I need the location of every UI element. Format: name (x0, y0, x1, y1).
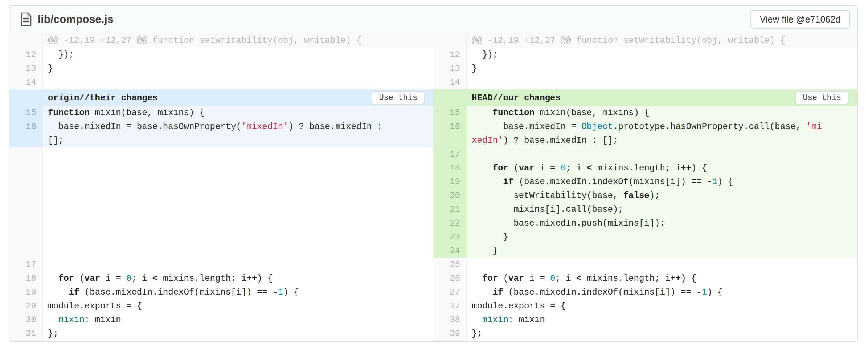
code-token: i (100, 273, 116, 283)
line-number: 14 (9, 76, 43, 89)
code-line-row: 17 (433, 147, 857, 161)
operator-token: ++ (246, 273, 257, 283)
conflict-band-label: origin//their changes (9, 93, 157, 103)
code-line-row: xedIn') ? base.mixedIn : []; (433, 134, 857, 147)
operator-token: < (576, 273, 581, 283)
code-token (472, 273, 482, 283)
number-token: 0 (550, 273, 555, 283)
code-line-row: 38 mixin: mixin (433, 313, 857, 327)
string-token: 'mi (806, 122, 822, 131)
code-token: { (555, 301, 566, 311)
use-this-button-theirs[interactable]: Use this (372, 91, 425, 105)
code-token: : mixin (85, 315, 121, 325)
line-number: 18 (433, 161, 467, 175)
code-line-row: 18 for (var i = 0; i < mixins.length; i+… (433, 161, 857, 175)
code-line-row: 14 (433, 76, 857, 89)
code-line-row: 19 if (base.mixedIn.indexOf(mixins[i]) =… (433, 175, 857, 189)
file-header: lib/compose.js View file @e71062d (9, 6, 857, 33)
code-token: mixin(base, mixins) { (90, 108, 205, 118)
file-path-title: lib/compose.js (38, 13, 113, 25)
line-number: 16 (9, 120, 43, 134)
code-line (467, 76, 857, 89)
number-token: 1 (712, 177, 717, 187)
code-token (545, 273, 550, 283)
code-line-row: 21 mixins[i].call(base); (433, 203, 857, 216)
line-number: 19 (9, 285, 43, 299)
code-line: base.mixedIn.push(mixins[i]); (467, 216, 857, 230)
code-line-row: 13} (9, 62, 433, 76)
line-number: 21 (433, 203, 467, 216)
code-line-row: 20 setWritability(base, false); (433, 189, 857, 203)
code-line (467, 147, 857, 161)
line-number (9, 134, 43, 147)
code-line: for (var i = 0; i < mixins.length; i++) … (467, 161, 857, 175)
code-token (555, 163, 560, 173)
operator-token: = (550, 301, 555, 311)
keyword-token: if (69, 287, 79, 297)
code-token: base.mixedIn (48, 122, 126, 131)
code-token: mixins.length; i (582, 273, 671, 283)
code-token: []; (48, 135, 64, 145)
line-number: 25 (433, 258, 467, 272)
view-file-button[interactable]: View file @e71062d (750, 10, 850, 29)
code-line-row: 15function mixin(base, mixins) { (9, 106, 433, 120)
code-token: ) ? base.mixedIn : []; (503, 135, 618, 145)
code-token: ; i (556, 273, 577, 283)
operator-token: ++ (670, 273, 681, 283)
line-number: 38 (433, 313, 467, 327)
code-token (702, 177, 707, 187)
line-number: 14 (433, 76, 467, 89)
keyword-token: for (482, 273, 498, 283)
code-token: ) { (257, 273, 273, 283)
code-line: if (base.mixedIn.indexOf(mixins[i]) == -… (467, 175, 857, 189)
code-line: } (467, 230, 857, 244)
code-token: mixins.length; i (158, 273, 247, 283)
line-number: 12 (433, 48, 467, 62)
keyword-token: for (493, 163, 508, 173)
code-token (48, 315, 58, 325)
operator-token: = (116, 273, 121, 283)
use-this-button-ours[interactable]: Use this (795, 91, 848, 105)
keyword-token: if (493, 287, 503, 297)
code-token: ) ? base.mixedIn : (288, 122, 388, 131)
code-line-row: 30 mixin: mixin (9, 313, 433, 327)
code-token (267, 287, 273, 297)
line-number: 15 (9, 106, 43, 120)
line-number: 15 (433, 106, 467, 120)
code-token (691, 287, 696, 297)
line-number (433, 33, 467, 48)
code-token: ( (74, 273, 85, 283)
code-line-row: 25 (433, 258, 857, 272)
code-line: }); (467, 48, 857, 62)
code-line: base.mixedIn = base.hasOwnProperty('mixe… (43, 120, 433, 134)
conflict-band-label: HEAD//our changes (433, 93, 561, 103)
operator-token: = (571, 122, 576, 131)
code-line: } (467, 244, 857, 258)
code-line-row: 31}; (9, 327, 433, 341)
code-line (43, 258, 433, 272)
code-token (48, 273, 58, 283)
code-line: } (43, 62, 433, 76)
code-token: ; i (566, 163, 587, 173)
conflict-band-theirs: origin//their changesUse this (9, 89, 433, 106)
code-token: ) { (681, 273, 696, 283)
code-line: }); (43, 48, 433, 62)
code-line: } (467, 62, 857, 76)
code-line: mixin: mixin (467, 313, 857, 327)
code-token: ); (650, 191, 660, 200)
hunk-header-text: @@ -12,19 +12,27 @@ function setWritabil… (43, 33, 433, 48)
code-token: { (131, 301, 142, 311)
code-token (472, 108, 493, 118)
code-line-row: 23 } (433, 230, 857, 244)
conflict-band-ours: HEAD//our changesUse this (433, 89, 857, 106)
code-line-row: []; (9, 134, 433, 147)
hunk-header-row: @@ -12,19 +12,27 @@ function setWritabil… (9, 33, 433, 48)
code-token (472, 177, 503, 187)
code-token (48, 287, 69, 297)
code-token: (base.mixedIn.indexOf(mixins[i]) (503, 287, 681, 297)
code-line: mixins[i].call(base); (467, 203, 857, 216)
line-number: 12 (9, 48, 43, 62)
number-token: 0 (561, 163, 566, 173)
code-line-row: 26 for (var i = 0; i < mixins.length; i+… (433, 272, 857, 285)
line-number: 13 (9, 62, 43, 76)
